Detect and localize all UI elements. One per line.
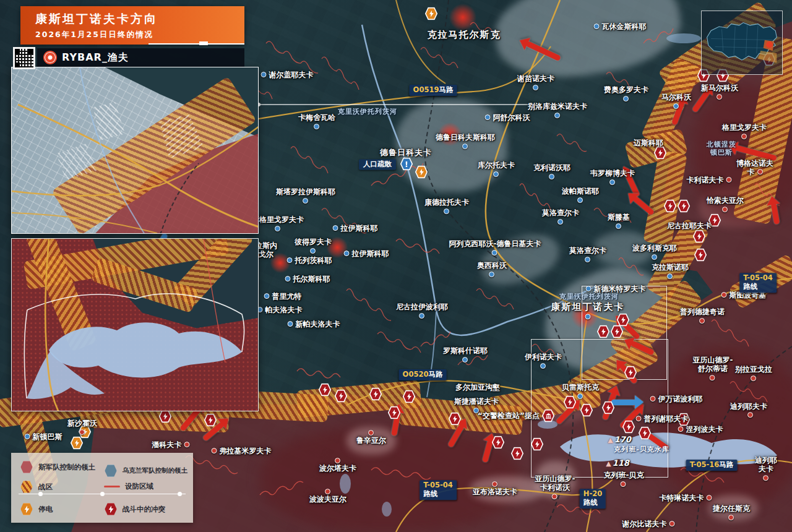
- map-label-text: 瓦休金斯科耶: [602, 22, 647, 31]
- settlement-dot: [212, 448, 217, 453]
- hex-red-icon: [20, 460, 33, 474]
- author-logo-text: RYBAR_渔夫: [62, 51, 129, 64]
- map-label: 卡利诺夫卡: [687, 176, 732, 185]
- legend-item-combat-clash: 战斗中的冲突: [104, 502, 165, 516]
- map-label-text: 新格里戈罗夫卡: [252, 215, 304, 224]
- road-type: 马路: [428, 370, 442, 379]
- road-badge: O0519马路: [410, 85, 457, 96]
- map-label: 康斯坦丁诺夫卡: [551, 302, 625, 312]
- inset2-water: [12, 239, 259, 411]
- map-label-text: 恰索夫亚尔: [707, 196, 744, 205]
- road-type: 马路: [719, 460, 733, 469]
- map-label-text: 卡特琳诺夫卡: [660, 494, 704, 502]
- header-underline-tick: [199, 41, 208, 45]
- map-label: 恰索夫亚尔: [707, 197, 744, 205]
- inset-map-kleban-byk: [11, 238, 259, 411]
- hex-inner: [370, 388, 382, 400]
- road-badge: T-05-04路线: [739, 273, 777, 293]
- map-label-text: 伊万诺波利耶: [658, 395, 703, 403]
- road-number: O0520: [403, 370, 429, 379]
- map-label-text: 伊利诺夫卡: [525, 353, 562, 361]
- legend-item-ua-territory: 乌克兰军队控制的领土: [104, 464, 187, 478]
- map-label: 波多利斯克耶: [632, 244, 677, 253]
- hex-inner: [493, 437, 504, 448]
- map-label-text: 波尔塔夫卡: [319, 464, 356, 473]
- ukraine-minimap: [701, 11, 783, 75]
- map-label-text: 莫洛查尔卡: [569, 246, 606, 255]
- map-label-text: 谢苗诺夫卡: [517, 74, 554, 83]
- legend: 斯军队控制的领土 乌克兰军队控制的领土 战区 设防区域 停电 战斗中的冲: [11, 453, 193, 523]
- settlement-dot: [673, 103, 679, 109]
- legend-divider: [19, 494, 186, 494]
- map-label: 迪列耶夫卡: [727, 403, 770, 420]
- map-label-text: 尼古拉耶夫卡: [667, 221, 712, 230]
- inset-map-kostiantynivka: [11, 67, 259, 234]
- settlement-dot: [722, 207, 728, 212]
- map-label-text: 卡梅舍瓦哈: [298, 113, 335, 122]
- map-label-text: 普里尤特: [272, 292, 302, 301]
- red-line-icon: [104, 486, 120, 487]
- map-label-text: 康德拉托夫卡: [424, 198, 469, 207]
- map-label-text: 博格达诺夫卡: [736, 159, 773, 176]
- map-label: 费奥多罗夫卡: [604, 86, 648, 95]
- settlement-dot: [763, 475, 768, 481]
- settlement-dot: [288, 321, 293, 327]
- map-label-text: 拉伊斯科耶: [352, 249, 389, 258]
- hex-inner: [532, 439, 543, 450]
- hex-inner: [416, 166, 428, 178]
- map-label: 鲁辛亚尔: [356, 437, 386, 445]
- road-badge: T-05-16马路: [686, 460, 738, 471]
- settlement-dot: [261, 72, 267, 77]
- settlement-dot: [577, 197, 583, 203]
- weibo-icon: [45, 52, 56, 63]
- settlement-dot: [489, 272, 494, 277]
- settlement-dot: [585, 257, 590, 262]
- map-label-text: 谢尔比诺夫卡: [622, 520, 667, 528]
- map-label-text: 奥西科沃: [477, 261, 507, 270]
- power-icon: [20, 502, 33, 516]
- hex-inner: [319, 384, 331, 396]
- legend-label: 战斗中的冲突: [123, 505, 165, 514]
- hex-inner: [695, 249, 707, 261]
- legend-label: 乌克兰军队控制的领土: [123, 466, 187, 475]
- hex-inner: [655, 147, 666, 159]
- map-label: 亚布洛诺夫卡: [473, 488, 517, 497]
- map-label: 奥西科沃: [477, 262, 507, 270]
- hex-inner: !: [401, 158, 413, 170]
- settlement-dot: [717, 94, 722, 100]
- map-label-text: 帕夫洛夫卡: [265, 306, 303, 314]
- map-label-text: 斯滕基: [608, 213, 630, 221]
- settlement-dot: [462, 144, 468, 149]
- map-label: 克利诺沃耶: [533, 164, 570, 173]
- hex-inner: [598, 326, 609, 338]
- counterattack-arrow: [611, 400, 636, 405]
- map-label-text: 波波夫亚尔: [309, 495, 346, 504]
- height-marker: ▲170: [608, 435, 631, 444]
- height-triangle-icon: ▲: [606, 460, 611, 468]
- map-label: 马尔科沃: [661, 93, 691, 102]
- map-label: 潘科夫卡: [152, 441, 190, 450]
- hex-inner: [512, 448, 523, 460]
- settlement-dot: [707, 495, 712, 500]
- map-label-text: 谢尔盖耶夫卡: [269, 71, 314, 79]
- legend-label: 战区: [38, 483, 53, 492]
- map-label-text: 阿列克西耶沃-德鲁日基夫卡: [449, 239, 541, 248]
- road-number: T-05-04: [423, 481, 453, 489]
- map-label: “交警检查站”据点: [478, 412, 540, 421]
- map-label: 尼古拉伊波利耶: [396, 303, 448, 312]
- map-label: 迪列耶夫卡: [753, 457, 779, 474]
- height-marker: ▲118: [606, 458, 629, 468]
- map-label-text: 贝雷斯托克: [562, 383, 599, 392]
- settlement-dot: [285, 276, 291, 281]
- legend-label: 斯军队控制的领土: [38, 463, 95, 472]
- header-underline: [148, 43, 244, 45]
- map-label: 克拉斯诺耶: [652, 264, 689, 272]
- map-label-text: 克拉斯诺耶: [652, 263, 689, 272]
- map-label-text: 迈斯科耶: [634, 139, 663, 147]
- map-label: 莫洛查尔卡: [542, 209, 579, 218]
- map-label: 波尔塔夫卡: [319, 465, 356, 473]
- river-label: 克里沃伊托列茨河: [338, 108, 397, 116]
- settlement-dot: [314, 124, 319, 129]
- map-label-text: 克列班-贝克: [604, 471, 644, 479]
- hex-inner: [694, 231, 705, 242]
